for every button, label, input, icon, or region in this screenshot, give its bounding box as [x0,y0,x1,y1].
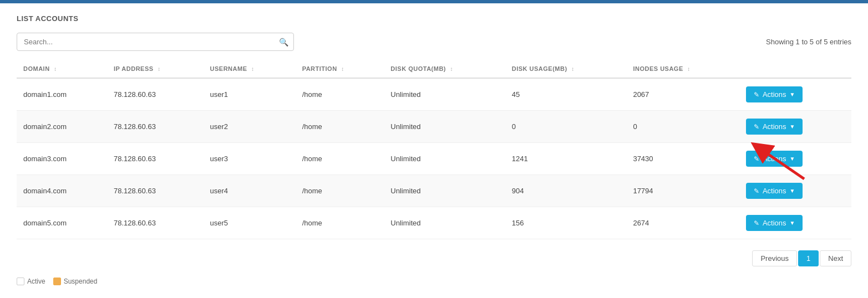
col-actions-header [739,60,851,78]
main-container: LIST ACCOUNTS 🔍 Showing 1 to 5 of 5 entr… [0,3,868,298]
table-header-row: DOMAIN ↕ IP ADDRESS ↕ USERNAME ↕ PARTITI… [17,60,851,78]
table-row: domain3.com78.128.60.63user3/homeUnlimit… [17,143,851,175]
cell-inodes_usage: 2674 [626,207,739,239]
edit-icon: ✎ [754,123,759,131]
cell-inodes_usage: 17794 [626,175,739,207]
cell-domain: domain3.com [17,143,107,175]
cell-domain: domain2.com [17,111,107,143]
cell-partition: /home [296,143,384,175]
actions-button-row-2[interactable]: ✎Actions▼ [746,119,803,135]
pagination: Previous 1 Next [17,250,851,266]
cell-ip_address: 78.128.60.63 [107,207,204,239]
chevron-down-icon: ▼ [790,124,795,130]
cell-inodes_usage: 37430 [626,143,739,175]
chevron-down-icon: ▼ [790,220,795,226]
cell-disk_quota: Unlimited [384,175,505,207]
actions-button-row-3[interactable]: ✎Actions▼ [746,151,803,167]
actions-button-row-1[interactable]: ✎Actions▼ [746,86,803,102]
cell-disk_usage: 156 [505,207,627,239]
cell-ip_address: 78.128.60.63 [107,78,204,111]
cell-disk_usage: 0 [505,111,627,143]
cell-disk_quota: Unlimited [384,207,505,239]
cell-disk_usage: 904 [505,175,627,207]
cell-ip_address: 78.128.60.63 [107,111,204,143]
actions-cell: ✎Actions▼ [739,207,851,239]
sort-diskquota-icon[interactable]: ↕ [450,66,454,72]
legend-active-box [17,278,24,285]
sort-domain-icon[interactable]: ↕ [54,66,57,72]
cell-partition: /home [296,111,384,143]
cell-username: user5 [204,207,296,239]
edit-icon: ✎ [754,155,759,163]
col-ip: IP ADDRESS ↕ [107,60,204,78]
legend-suspended: Suspended [53,278,98,285]
table-row: domain2.com78.128.60.63user2/homeUnlimit… [17,111,851,143]
legend-suspended-box [53,278,61,285]
cell-domain: domain5.com [17,207,107,239]
cell-disk_quota: Unlimited [384,78,505,111]
col-username: USERNAME ↕ [204,60,296,78]
cell-ip_address: 78.128.60.63 [107,175,204,207]
sort-diskusage-icon[interactable]: ↕ [571,66,575,72]
cell-disk_usage: 1241 [505,143,627,175]
sort-inodes-icon[interactable]: ↕ [687,66,691,72]
sort-ip-icon[interactable]: ↕ [158,66,161,72]
col-disk-usage: DISK USAGE(MB) ↕ [505,60,627,78]
entries-info: Showing 1 to 5 of 5 entries [766,38,851,46]
cell-domain: domain4.com [17,175,107,207]
col-inodes: INODES USAGE ↕ [626,60,739,78]
edit-icon: ✎ [754,187,759,195]
actions-cell: ✎Actions▼ [739,78,851,111]
table-wrapper: DOMAIN ↕ IP ADDRESS ↕ USERNAME ↕ PARTITI… [17,60,851,239]
cell-inodes_usage: 0 [626,111,739,143]
table-row: domain5.com78.128.60.63user5/homeUnlimit… [17,207,851,239]
chevron-down-icon: ▼ [790,188,795,194]
cell-partition: /home [296,207,384,239]
accounts-table: DOMAIN ↕ IP ADDRESS ↕ USERNAME ↕ PARTITI… [17,60,851,239]
sort-partition-icon[interactable]: ↕ [341,66,344,72]
legend-active: Active [17,278,45,285]
cell-disk_quota: Unlimited [384,143,505,175]
toolbar: 🔍 Showing 1 to 5 of 5 entries [17,33,851,51]
legend-suspended-label: Suspended [64,278,98,285]
actions-cell: ✎Actions▼ [739,143,851,175]
cell-username: user1 [204,78,296,111]
cell-ip_address: 78.128.60.63 [107,143,204,175]
cell-disk_usage: 45 [505,78,627,111]
edit-icon: ✎ [754,219,759,227]
legend-active-label: Active [27,278,45,285]
page-title: LIST ACCOUNTS [17,14,851,23]
cell-disk_quota: Unlimited [384,111,505,143]
cell-partition: /home [296,78,384,111]
chevron-down-icon: ▼ [790,91,795,97]
col-disk-quota: DISK QUOTA(MB) ↕ [384,60,505,78]
next-button[interactable]: Next [820,250,851,266]
page-1-button[interactable]: 1 [798,250,819,266]
actions-button-row-5[interactable]: ✎Actions▼ [746,215,803,231]
table-row: domain1.com78.128.60.63user1/homeUnlimit… [17,78,851,111]
edit-icon: ✎ [754,91,759,99]
cell-username: user4 [204,175,296,207]
chevron-down-icon: ▼ [790,156,795,162]
search-input[interactable] [17,33,294,51]
actions-cell: ✎Actions▼ [739,111,851,143]
legend: Active Suspended [17,278,851,285]
table-row: domain4.com78.128.60.63user4/homeUnlimit… [17,175,851,207]
sort-username-icon[interactable]: ↕ [251,66,255,72]
actions-button-row-4[interactable]: ✎Actions▼ [746,183,803,199]
cell-username: user3 [204,143,296,175]
search-icon: 🔍 [279,38,288,47]
cell-partition: /home [296,175,384,207]
col-partition: PARTITION ↕ [296,60,384,78]
search-box: 🔍 [17,33,294,51]
cell-domain: domain1.com [17,78,107,111]
cell-username: user2 [204,111,296,143]
previous-button[interactable]: Previous [752,250,797,266]
col-domain: DOMAIN ↕ [17,60,107,78]
cell-inodes_usage: 2067 [626,78,739,111]
actions-cell: ✎Actions▼ [739,175,851,207]
